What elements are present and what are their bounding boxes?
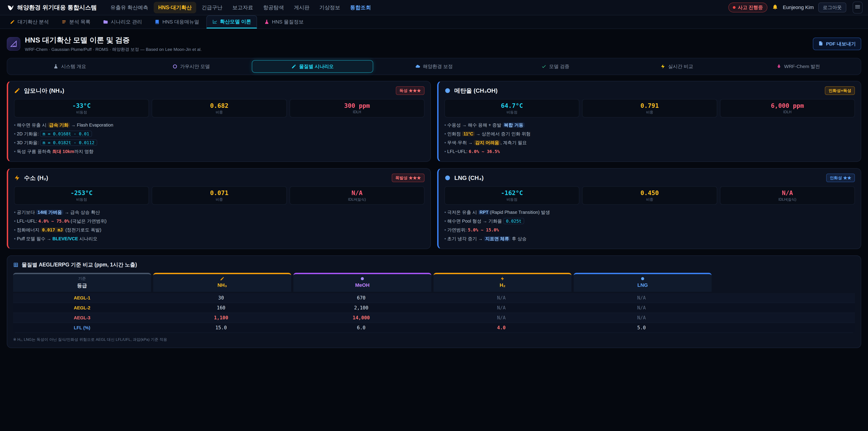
nav-item-hns-diffusion[interactable]: HNS·대기확산	[154, 2, 196, 13]
bullet: LFL~UFL: 6.0% ~ 36.5%	[444, 148, 855, 155]
rocket-icon	[776, 64, 781, 69]
table-title-row: 물질별 AEGL/ERPG 기준 비교 (ppm, 1시간 노출)	[13, 261, 855, 268]
hydrogen-bolt-icon	[14, 175, 20, 181]
tab-hns-manual[interactable]: HNS 대응매뉴얼	[149, 16, 205, 29]
bell-icon	[772, 3, 778, 12]
stat-specific-gravity: 0.682비중	[152, 99, 287, 118]
circle-icon	[574, 276, 712, 281]
hamburger-icon	[855, 3, 861, 12]
page-title-block: HNS 대기확산 모델 이론 및 검증 WRF-Chem · Gaussian …	[25, 35, 202, 53]
substance-cards: 암모니아 (NH₃) 독성 ★★★ -33°C비등점 0.682비중 300 p…	[7, 81, 861, 249]
stat-row: -162°C비등점 0.450비중 N/AIDLH(질식)	[444, 186, 855, 205]
bullet: 점화에너지 0.017 mJ (정전기로도 폭발)	[14, 226, 425, 233]
column-header-h2: H₂	[434, 273, 571, 292]
hamburger-menu-button[interactable]	[852, 2, 863, 13]
bullet: 가연범위: 5.0% ~ 15.0%	[444, 226, 855, 233]
hazard-badge: 인화성+독성	[825, 86, 855, 95]
pill-system-overview[interactable]: 시스템 개요	[9, 60, 130, 73]
pencil-icon	[10, 20, 15, 24]
main-nav: 유출유 확산예측 HNS·대기확산 긴급구난 보고자료 항공탐색 게시판 기상정…	[106, 2, 728, 13]
folder-icon	[103, 20, 108, 24]
stat-idlh: N/AIDLH(질식)	[720, 186, 855, 205]
column-header-nh3: NH₃	[153, 273, 291, 292]
section-pills: 시스템 개요 가우시안 모델 물질별 시나리오 해양환경 보정 모델 검증 실시…	[7, 58, 861, 75]
bullet: 공기보다 14배 가벼움 → 급속 상승 확산	[14, 209, 425, 216]
pill-marine-correction[interactable]: 해양환경 보정	[373, 60, 495, 73]
page-content: HNS 대기확산 모델 이론 및 검증 WRF-Chem · Gaussian …	[0, 29, 868, 359]
notifications-button[interactable]	[772, 3, 778, 12]
nav-item-aerial-search[interactable]: 항공탐색	[258, 2, 288, 13]
logo-icon	[7, 4, 14, 11]
pill-gaussian-model[interactable]: 가우시안 모델	[130, 60, 252, 73]
stat-specific-gravity: 0.071비중	[152, 186, 287, 205]
methanol-droplet-icon	[444, 88, 451, 94]
section-tabbar: 대기확산 분석 분석 목록 시나리오 관리 HNS 대응매뉴얼 확산모델 이론 …	[0, 16, 868, 29]
ammonia-pencil-icon	[14, 88, 20, 94]
table-title: 물질별 AEGL/ERPG 기준 비교 (ppm, 1시간 노출)	[22, 261, 137, 268]
card-hydrogen: 수소 (H₂) 폭발성 ★★★ -253°C비등점 0.071비중 N/AIDL…	[7, 168, 431, 249]
page-title: HNS 대기확산 모델 이론 및 검증	[25, 35, 202, 45]
tab-diffusion-analysis[interactable]: 대기확산 분석	[4, 16, 54, 29]
card-ammonia: 암모니아 (NH₃) 독성 ★★★ -33°C비등점 0.682비중 300 p…	[7, 81, 431, 162]
incident-dot-icon	[733, 6, 736, 9]
bullet: 무색·무취 → 감지 어려움, 계측기 필요	[444, 139, 855, 146]
flask-icon	[264, 20, 269, 24]
logout-button[interactable]: 로그아웃	[818, 2, 846, 12]
page-header: HNS 대기확산 모델 이론 및 검증 WRF-Chem · Gaussian …	[7, 35, 861, 53]
column-header-meoh: MeOH	[293, 273, 431, 292]
pill-realtime-comparison[interactable]: 실시간 비교	[616, 60, 738, 73]
nav-item-weather[interactable]: 기상정보	[315, 2, 345, 13]
navbar-right: 사고 진행중 Eunjeong Kim 로그아웃	[728, 2, 863, 13]
bullet: 초기 냉각 증기 → 지표면 체류 후 상승	[444, 235, 855, 242]
table-row-aegl2: AEGL-2 160 2,100 N/A N/A	[13, 303, 855, 313]
circle-icon	[293, 276, 431, 281]
bullet: LFL~UFL: 4.0% ~ 75.0% (극넓은 가연범위)	[14, 218, 425, 224]
gaussian-ring-icon	[173, 64, 178, 69]
pdf-export-button[interactable]: PDF 내보내기	[813, 37, 861, 50]
document-icon	[818, 41, 823, 47]
check-icon	[541, 64, 546, 69]
table-body: AEGL-1 30 670 N/A N/A AEGL-2 160 2,100 N…	[13, 293, 855, 333]
incident-status-badge: 사고 진행중	[728, 2, 767, 12]
ruler-icon	[7, 37, 20, 51]
cloud-icon	[415, 64, 420, 69]
chart-icon	[212, 19, 217, 24]
user-name: Eunjeong Kim	[783, 4, 814, 10]
bolt-icon	[434, 276, 571, 281]
pill-wrf-chem[interactable]: WRF-Chem 발전	[738, 60, 859, 73]
card-methanol: 메탄올 (CH₃OH) 인화성+독성 64.7°C비등점 0.791비중 6,0…	[437, 81, 861, 162]
card-title: 암모니아 (NH₃)	[24, 87, 64, 95]
nav-item-reports[interactable]: 보고자료	[228, 2, 258, 13]
pill-model-validation[interactable]: 모델 검증	[495, 60, 616, 73]
brand[interactable]: 해양환경 위기대응 통합시스템	[5, 4, 98, 11]
tab-hns-substance-info[interactable]: HNS 물질정보	[259, 16, 309, 29]
card-title: 메탄올 (CH₃OH)	[454, 87, 498, 95]
stat-specific-gravity: 0.450비중	[582, 186, 717, 205]
tab-model-theory[interactable]: 확산모델 이론	[206, 16, 257, 29]
stat-idlh: 6,000 ppmIDLH	[720, 99, 855, 118]
tab-scenario-management[interactable]: 시나리오 관리	[98, 16, 147, 29]
column-header-lng: LNG	[574, 273, 712, 292]
table-row-aegl3: AEGL-3 1,100 14,000 N/A N/A	[13, 313, 855, 323]
table-header: 기준 등급 NH₃ MeOH H₂ LNG	[13, 273, 855, 292]
table-row-lfl: LFL (%) 15.0 6.0 4.0 5.0	[13, 323, 855, 333]
bullet: 해수면 Pool 형성 → 기화율 0.025t	[444, 218, 855, 224]
bullet: 극저온 유출 시 RPT(Rapid Phase Transition) 발생	[444, 209, 855, 216]
nav-item-board[interactable]: 게시판	[289, 2, 314, 13]
list-icon	[61, 20, 66, 24]
pill-substance-scenarios[interactable]: 물질별 시나리오	[252, 60, 373, 73]
stat-boiling-point: 64.7°C비등점	[444, 99, 579, 118]
table-icon	[13, 262, 19, 268]
bullet: 수용성 → 해수 용해 + 증발 복합 거동	[444, 122, 855, 128]
nav-item-integrated-search[interactable]: 통합조회	[346, 2, 375, 13]
nav-item-emergency-rescue[interactable]: 긴급구난	[197, 2, 227, 13]
nav-item-oil-spill[interactable]: 유출유 확산예측	[106, 2, 153, 13]
hazard-badge: 인화성 ★★	[826, 174, 855, 182]
table-footnote: ※ H₂, LNG는 독성이 아닌 질식/인화성 위험으로 AEGL 대신 LF…	[13, 337, 855, 342]
stat-row: -33°C비등점 0.682비중 300 ppmIDLH	[14, 99, 425, 118]
top-navbar: 해양환경 위기대응 통합시스템 유출유 확산예측 HNS·대기확산 긴급구난 보…	[0, 0, 868, 16]
card-title: 수소 (H₂)	[24, 174, 48, 182]
aegl-comparison-section: 물질별 AEGL/ERPG 기준 비교 (ppm, 1시간 노출) 기준 등급 …	[7, 255, 861, 348]
tab-analysis-list[interactable]: 분석 목록	[56, 16, 96, 29]
stat-boiling-point: -33°C비등점	[14, 99, 149, 118]
